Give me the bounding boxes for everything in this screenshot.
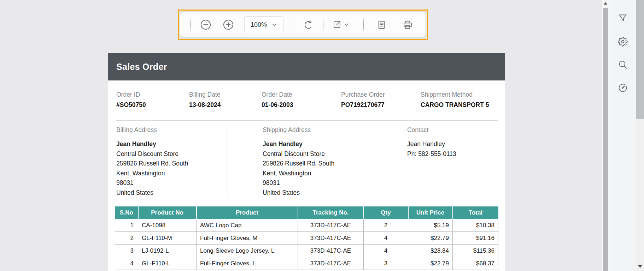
- cell-sno: 3: [115, 245, 138, 257]
- zoom-in-button[interactable]: [222, 19, 234, 31]
- report-page: Sales Order Order ID #SO50750 Billing Da…: [108, 53, 505, 271]
- order-field-label: Order ID: [116, 91, 189, 98]
- cell-sno: 4: [115, 257, 138, 270]
- address-line: 259826 Russell Rd. South: [263, 159, 334, 169]
- cell-unit-price: $5.19: [408, 219, 453, 232]
- order-field: Purchase Order PO7192170677: [341, 91, 421, 109]
- search-icon: [618, 60, 628, 70]
- export-button[interactable]: [332, 20, 349, 30]
- shipping-address-name: Jean Handley: [263, 139, 334, 149]
- table-header-cell: S.No: [115, 206, 138, 219]
- order-field: Order Date 01-06-2003: [262, 91, 341, 109]
- scrollbar-down-arrow[interactable]: [638, 265, 642, 268]
- cell-product-no: GL-F110-L: [138, 257, 197, 270]
- table-row: 4 GL-F110-L Full-Finger Gloves, L 373D-4…: [115, 257, 498, 270]
- shipping-address-block: Shipping Address Jean Handley Central Di…: [263, 126, 334, 198]
- cell-sno: 2: [115, 232, 138, 245]
- page-setup-button[interactable]: [376, 20, 387, 30]
- toolbar-separator: [293, 18, 293, 31]
- order-field-value: CARGO TRANSPORT 5: [421, 101, 489, 109]
- order-field-label: Billing Date: [189, 91, 262, 98]
- order-field: Order ID #SO50750: [116, 91, 189, 109]
- address-line: Kent, Washington: [263, 169, 334, 179]
- toolbar-separator: [323, 18, 323, 31]
- chevron-down-icon: [272, 23, 277, 27]
- order-field: Shippment Method CARGO TRANSPORT 5: [421, 91, 489, 109]
- cell-total: $68.37: [453, 257, 498, 270]
- address-section-divider: [377, 127, 377, 199]
- address-line: Central Discount Store: [263, 149, 334, 159]
- scrollbar-up-arrow[interactable]: [604, 2, 607, 5]
- print-button[interactable]: [402, 19, 413, 30]
- page-scrollbar-thumb[interactable]: [636, 0, 644, 119]
- order-info-row: Order ID #SO50750 Billing Date 13-08-202…: [116, 91, 489, 109]
- cell-product: Full-Finger Gloves, L: [197, 257, 298, 270]
- search-button[interactable]: [617, 59, 628, 70]
- order-field-label: Order Date: [262, 91, 341, 98]
- table-header-cell: Product: [197, 206, 298, 219]
- toolbar-separator: [363, 18, 364, 31]
- zoom-out-icon: [200, 19, 212, 31]
- report-toolbar: 100%: [180, 12, 426, 37]
- contact-block: Contact Jean HandleyPh: 582-555-0113: [407, 126, 456, 159]
- cell-total: $115.36: [453, 245, 498, 257]
- filter-button[interactable]: [617, 13, 628, 23]
- scrollbar-thumb[interactable]: [603, 8, 608, 271]
- settings-button[interactable]: [617, 36, 628, 47]
- side-panel: [609, 0, 636, 271]
- report-title: Sales Order: [116, 62, 167, 72]
- table-body: 1 CA-1098 AWC Logo Cap 373D-417C-AE 2 $5…: [115, 219, 498, 270]
- billing-address-block: Billing Address Jean Handley Central Dis…: [116, 126, 188, 198]
- performance-button[interactable]: [617, 83, 628, 93]
- gear-icon: [618, 37, 628, 47]
- cell-sno: 1: [115, 219, 138, 232]
- zoom-in-icon: [222, 19, 234, 31]
- cell-total: $10.38: [453, 219, 498, 232]
- address-line: Central Discount Store: [116, 149, 188, 159]
- order-info-divider: [116, 120, 498, 121]
- order-field: Billing Date 13-08-2024: [189, 91, 262, 109]
- table-header-cell: Tracking No.: [298, 206, 364, 219]
- zoom-out-button[interactable]: [200, 19, 212, 31]
- cell-tracking-no: 373D-417C-AE: [298, 219, 364, 232]
- contact-line: Jean Handley: [407, 139, 456, 149]
- cell-qty: 2: [364, 219, 408, 232]
- billing-address-lines: Central Discount Store259826 Russell Rd.…: [116, 149, 188, 198]
- address-line: United States: [263, 188, 334, 198]
- page-scrollbar: [636, 0, 644, 271]
- address-line: 98031: [116, 178, 188, 188]
- shipping-address-heading: Shipping Address: [263, 126, 334, 134]
- order-field-value: 01-06-2003: [262, 101, 341, 109]
- table-header-cell: Unit Price: [408, 206, 453, 219]
- shipping-address-lines: Central Discount Store259826 Russell Rd.…: [263, 149, 334, 198]
- table-header-row: S.NoProduct NoProductTracking No.QtyUnit…: [115, 206, 498, 219]
- order-field-label: Purchase Order: [341, 91, 421, 98]
- cell-unit-price: $22.79: [408, 257, 453, 270]
- cell-product-no: GL-F110-M: [138, 232, 197, 245]
- contact-lines: Jean HandleyPh: 582-555-0113: [407, 139, 456, 159]
- cell-product-no: CA-1098: [138, 219, 197, 232]
- toolbar-separator: [190, 18, 191, 31]
- billing-address-name: Jean Handley: [116, 139, 188, 149]
- refresh-button[interactable]: [302, 19, 313, 30]
- address-line: 259826 Russell Rd. South: [116, 159, 188, 169]
- performance-gauge-icon: [618, 83, 628, 93]
- viewer-scrollbar: [602, 0, 609, 271]
- table-row: 3 LJ-0192-L Long-Sleeve Logo Jersey, L 3…: [115, 245, 498, 257]
- order-field-value: PO7192170677: [341, 101, 421, 109]
- export-chevron-down-icon: [344, 23, 349, 26]
- order-field-label: Shippment Method: [421, 91, 489, 98]
- document-icon: [376, 20, 387, 30]
- cell-tracking-no: 373D-417C-AE: [298, 232, 364, 245]
- cell-total: $91.16: [453, 232, 498, 245]
- cell-qty: 3: [364, 257, 408, 270]
- filter-icon: [618, 13, 628, 23]
- products-table-wrap: S.NoProduct NoProductTracking No.QtyUnit…: [115, 206, 498, 270]
- printer-icon: [402, 19, 413, 30]
- order-field-value: #SO50750: [116, 101, 189, 109]
- address-line: 98031: [263, 178, 334, 188]
- zoom-level-dropdown[interactable]: 100%: [244, 16, 283, 33]
- cell-product: AWC Logo Cap: [197, 219, 298, 232]
- contact-heading: Contact: [407, 126, 456, 134]
- toolbar-highlight-frame: 100%: [178, 10, 428, 40]
